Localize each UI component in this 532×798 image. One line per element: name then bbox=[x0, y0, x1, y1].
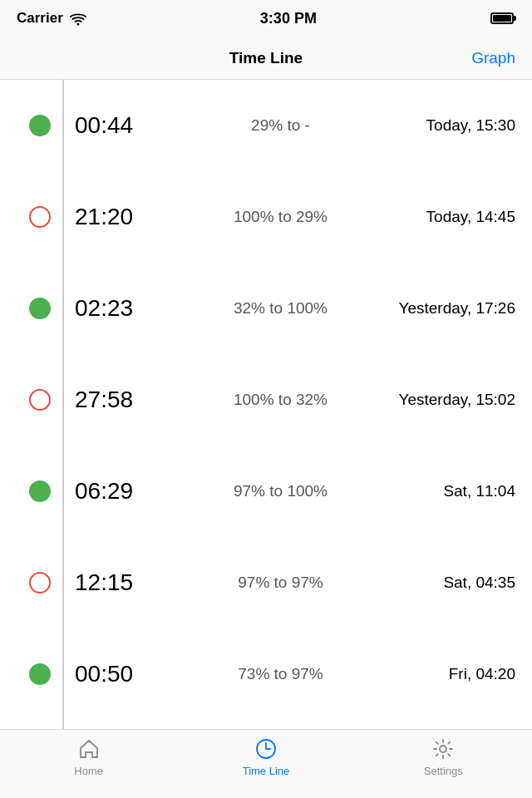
battery-icon bbox=[490, 12, 515, 24]
row-date: Fri, 04:20 bbox=[387, 665, 515, 683]
wifi-icon bbox=[70, 10, 86, 27]
row-battery: 100% to 32% bbox=[175, 391, 387, 409]
row-battery: 100% to 29% bbox=[175, 208, 387, 226]
dot-green bbox=[29, 298, 51, 319]
tab-settings-label: Settings bbox=[424, 765, 463, 777]
dot-container bbox=[17, 115, 63, 136]
row-battery: 29% to - bbox=[175, 116, 387, 135]
status-time: 3:30 PM bbox=[260, 10, 317, 27]
timeline-row: 06:29 97% to 100% Sat, 11:04 bbox=[0, 446, 532, 537]
tab-timeline-label: Time Line bbox=[243, 765, 290, 777]
row-date: Sat, 04:35 bbox=[387, 574, 515, 592]
nav-title: Time Line bbox=[229, 49, 303, 67]
row-date: Yesterday, 15:02 bbox=[387, 391, 515, 409]
timeline-row: 12:15 97% to 97% Sat, 04:35 bbox=[0, 537, 532, 628]
row-battery: 97% to 100% bbox=[175, 482, 387, 500]
home-icon bbox=[76, 736, 101, 761]
dot-red bbox=[29, 389, 51, 411]
status-carrier: Carrier bbox=[17, 10, 86, 27]
status-bar: Carrier 3:30 PM bbox=[0, 0, 532, 37]
graph-button[interactable]: Graph bbox=[471, 49, 515, 67]
dot-container bbox=[17, 389, 63, 411]
dot-green bbox=[29, 115, 51, 136]
timeline-icon bbox=[254, 736, 278, 761]
dot-container bbox=[17, 298, 63, 319]
carrier-label: Carrier bbox=[17, 10, 63, 27]
timeline-rows: 00:44 29% to - Today, 15:30 21:20 100% t… bbox=[0, 80, 532, 729]
settings-icon bbox=[431, 736, 456, 761]
dot-container bbox=[17, 572, 63, 594]
row-duration: 21:20 bbox=[75, 204, 175, 230]
dot-container bbox=[17, 663, 63, 685]
row-date: Yesterday, 17:26 bbox=[387, 299, 515, 318]
row-battery: 32% to 100% bbox=[175, 299, 387, 318]
row-duration: 06:29 bbox=[75, 478, 175, 505]
dot-container bbox=[17, 480, 63, 502]
dot-container bbox=[17, 206, 63, 228]
timeline-row: 27:58 100% to 32% Yesterday, 15:02 bbox=[0, 354, 532, 446]
timeline-row: 02:23 32% to 100% Yesterday, 17:26 bbox=[0, 263, 532, 354]
timeline-content: 00:44 29% to - Today, 15:30 21:20 100% t… bbox=[0, 80, 532, 729]
tab-timeline[interactable]: Time Line bbox=[177, 736, 354, 777]
timeline-row: 12:38 100% to 73% Fri, 03:30 bbox=[0, 720, 532, 729]
timeline-row: 00:44 29% to - Today, 15:30 bbox=[0, 80, 532, 171]
tab-home-label: Home bbox=[74, 765, 103, 777]
row-duration: 00:50 bbox=[75, 661, 175, 687]
timeline-row: 00:50 73% to 97% Fri, 04:20 bbox=[0, 628, 532, 720]
tab-bar: Home Time Line Settings bbox=[0, 729, 532, 798]
row-duration: 12:15 bbox=[75, 569, 175, 596]
row-battery: 73% to 97% bbox=[175, 665, 387, 683]
svg-point-4 bbox=[440, 746, 446, 752]
dot-red bbox=[29, 206, 51, 228]
row-duration: 27:58 bbox=[75, 387, 175, 413]
dot-green bbox=[29, 480, 51, 502]
row-date: Today, 14:45 bbox=[387, 208, 515, 226]
timeline-row: 21:20 100% to 29% Today, 14:45 bbox=[0, 171, 532, 263]
row-battery: 97% to 97% bbox=[175, 574, 387, 592]
tab-home[interactable]: Home bbox=[0, 736, 177, 777]
row-duration: 00:44 bbox=[75, 112, 175, 139]
dot-green bbox=[29, 663, 51, 685]
row-date: Sat, 11:04 bbox=[387, 482, 515, 500]
dot-red bbox=[29, 572, 51, 594]
row-duration: 02:23 bbox=[75, 295, 175, 322]
tab-settings[interactable]: Settings bbox=[355, 736, 532, 777]
nav-header: Time Line Graph bbox=[0, 37, 532, 80]
svg-point-0 bbox=[76, 22, 79, 25]
row-date: Today, 15:30 bbox=[387, 116, 515, 135]
